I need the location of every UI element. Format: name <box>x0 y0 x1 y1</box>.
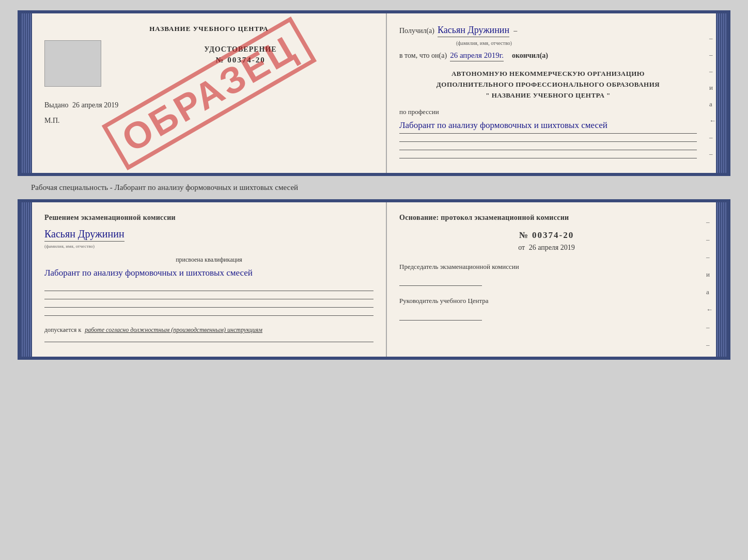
bottom-underline5 <box>44 337 373 342</box>
dopusk-label: допускается к <box>44 326 81 333</box>
issued-label: Выдано <box>44 101 69 109</box>
bottom-document-card: Решением экзаменационной комиссии Касьян… <box>18 199 730 360</box>
protocol-date: 26 апреля 2019 <box>529 244 575 251</box>
osnov-title: Основание: протокол экзаменационной коми… <box>399 214 694 222</box>
qual-label: присвоена квалификация <box>44 256 373 264</box>
cert-label: УДОСТОВЕРЕНИЕ <box>107 45 373 54</box>
bottom-name-sub: (фамилия, имя, отчество) <box>44 244 373 249</box>
received-name: Касьян Дружинин <box>438 25 509 37</box>
org-block: АВТОНОМНУЮ НЕКОММЕРЧЕСКУЮ ОРГАНИЗАЦИЮ ДО… <box>399 69 697 101</box>
issued-date: 26 апреля 2019 <box>72 101 118 109</box>
org-line2: ДОПОЛНИТЕЛЬНОГО ПРОФЕССИОНАЛЬНОГО ОБРАЗО… <box>399 79 697 90</box>
cert-org-title: НАЗВАНИЕ УЧЕБНОГО ЦЕНТРА <box>44 25 373 33</box>
specialty-label: Рабочая специальность - Лаборант по анал… <box>10 183 298 192</box>
underline1 <box>399 137 697 142</box>
cert-number: № 00374-20 <box>107 56 373 65</box>
dash-separator: – <box>513 27 517 35</box>
name-sub-note: (фамилия, имя, отчество) <box>456 40 730 46</box>
underline3 <box>399 153 697 158</box>
profession-label: по профессии <box>399 108 697 116</box>
top-left-panel: НАЗВАНИЕ УЧЕБНОГО ЦЕНТРА УДОСТОВЕРЕНИЕ №… <box>32 13 387 173</box>
protocol-date-prefix: от <box>518 244 525 251</box>
photo-placeholder <box>44 40 101 87</box>
bottom-name: Касьян Дружинин <box>44 228 124 242</box>
top-document-card: НАЗВАНИЕ УЧЕБНОГО ЦЕНТРА УДОСТОВЕРЕНИЕ №… <box>18 10 730 176</box>
director-block: Руководитель учебного Центра <box>399 296 694 320</box>
protocol-date-row: от 26 апреля 2019 <box>399 244 694 252</box>
bottom-underline3 <box>44 302 373 308</box>
chairman-title: Председатель экзаменационной комиссии <box>399 262 694 271</box>
bottom-left-panel: Решением экзаменационной комиссии Касьян… <box>32 202 387 357</box>
qual-value: Лаборант по анализу формовочных и шихтов… <box>44 266 373 281</box>
dopusk-value: работе согласно должностным (производств… <box>85 326 262 333</box>
bottom-dashes-col: – – – и а ← – – <box>706 202 716 357</box>
org-line1: АВТОНОМНУЮ НЕКОММЕРЧЕСКУЮ ОРГАНИЗАЦИЮ <box>399 69 697 79</box>
dopusk-row: допускается к работе согласно должностны… <box>44 326 373 334</box>
bottom-underline2 <box>44 294 373 299</box>
finished-label: окончил(а) <box>512 52 548 60</box>
spine-right <box>716 13 727 173</box>
profession-value: Лаборант по анализу формовочных и шихтов… <box>399 118 697 134</box>
chairman-block: Председатель экзаменационной комиссии <box>399 262 694 286</box>
bottom-right-wrapper: Основание: протокол экзаменационной коми… <box>387 202 716 357</box>
bottom-spine-right <box>716 202 727 357</box>
bottom-underline4 <box>44 311 373 316</box>
spine-left <box>21 13 32 173</box>
in-that-row: в том, что он(а) 26 апреля 2019г. окончи… <box>399 51 697 61</box>
mp-label: М.П. <box>44 117 373 125</box>
director-title: Руководитель учебного Центра <box>399 296 694 306</box>
top-right-wrapper: Получил(а) Касьян Дружинин – (фамилия, и… <box>387 13 716 173</box>
date-value: 26 апреля 2019г. <box>450 51 504 61</box>
obrazec-stamp: ОБРАЗЕЦ <box>101 17 316 170</box>
director-signature-line <box>399 315 482 321</box>
right-dashes-col: – – – и а ← – – <box>709 13 716 173</box>
org-line3: " НАЗВАНИЕ УЧЕБНОГО ЦЕНТРА " <box>399 90 697 101</box>
underline2 <box>399 145 697 150</box>
chairman-signature-line <box>399 281 482 286</box>
bottom-spine-left <box>21 202 32 357</box>
received-label: Получил(а) <box>399 27 434 35</box>
protocol-number: № 00374-20 <box>399 230 694 241</box>
received-row: Получил(а) Касьян Дружинин – <box>399 25 697 37</box>
bottom-right-panel: Основание: протокол экзаменационной коми… <box>387 202 706 357</box>
section-title: Решением экзаменационной комиссии <box>44 214 373 222</box>
top-right-panel: Получил(а) Касьян Дружинин – (фамилия, и… <box>387 13 709 173</box>
bottom-underline1 <box>44 286 373 291</box>
in-that-label: в том, что он(а) <box>399 52 447 60</box>
issued-row: Выдано 26 апреля 2019 <box>44 101 373 109</box>
